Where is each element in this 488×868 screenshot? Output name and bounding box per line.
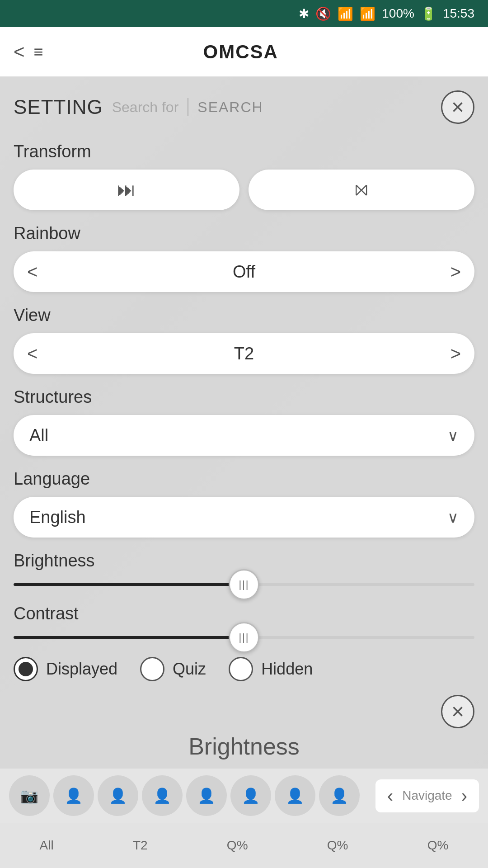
structures-value: All [29,426,48,445]
radio-item-displayed[interactable]: Displayed [14,657,117,681]
language-dropdown[interactable]: English ∨ [14,497,474,538]
language-chevron-icon: ∨ [447,508,459,526]
brightness-bottom-label-area: Brightness [14,733,474,760]
bottom-label-q1: Q% [227,838,248,853]
brightness-label: Brightness [14,551,474,571]
rainbow-setting: Rainbow < Off > [14,224,474,292]
contrast-thumb[interactable]: ||| [229,622,259,653]
signal-icon: 📶 [360,6,375,21]
bottom-icon-7[interactable]: 👤 [275,775,315,816]
contrast-slider-container: ||| [14,632,474,643]
language-value: English [29,508,86,527]
view-label: View [14,306,474,325]
status-icons: ✱ 🔇 📶 📶 100% 🔋 15:53 [299,6,474,21]
display-mode-setting: Displayed Quiz Hidden [14,657,474,681]
contrast-track[interactable]: ||| [14,636,474,639]
radio-circle-displayed [14,657,38,681]
radio-item-quiz[interactable]: Quiz [140,657,206,681]
radio-group: Displayed Quiz Hidden [14,657,474,681]
nav-arrows-panel: ‹ Navigate › [375,779,479,812]
bottom-close-icon: × [451,701,464,722]
view-setting: View < T2 > [14,306,474,374]
search-bar: Search for SEARCH [112,98,432,116]
nav-next-button[interactable]: › [461,786,467,806]
brightness-bottom-label: Brightness [188,733,300,760]
search-label: SEARCH [197,99,263,116]
brightness-thumb[interactable]: ||| [229,569,259,600]
bluetooth-icon: ✱ [299,6,309,21]
time-label: 15:53 [443,6,474,21]
radio-dot-displayed [19,662,33,676]
bottom-icon-1[interactable]: 📷 [9,775,50,816]
radio-circle-quiz [140,657,164,681]
transform-controls: ⏭ ⧖ [14,170,474,210]
bottom-icon-2[interactable]: 👤 [53,775,94,816]
bottom-icon-5[interactable]: 👤 [186,775,227,816]
search-divider [188,98,188,116]
radio-item-hidden[interactable]: Hidden [229,657,313,681]
transform-button-1[interactable]: ⏭ [14,170,239,210]
bottom-icon-4[interactable]: 👤 [142,775,183,816]
bottom-icon-3[interactable]: 👤 [98,775,138,816]
rainbow-value: Off [233,262,255,282]
brightness-setting: Brightness ||| [14,551,474,590]
mute-icon: 🔇 [315,6,331,21]
rainbow-label: Rainbow [14,224,474,243]
contrast-setting: Contrast ||| [14,604,474,643]
bottom-close-row: × [14,695,474,728]
contrast-fill [14,636,244,639]
bottom-label-q3: Q% [427,838,449,853]
brightness-thumb-icon: ||| [239,579,249,590]
settings-header-row: SETTING Search for SEARCH × [14,90,474,124]
header: < ≡ OMCSA [0,27,488,77]
transform-button-2[interactable]: ⧖ [249,170,474,210]
structures-label: Structures [14,387,474,407]
structures-setting: Structures All ∨ [14,387,474,456]
nav-prev-button[interactable]: ‹ [387,786,393,806]
transform-icon-1: ⏭ [117,179,136,201]
close-settings-button[interactable]: × [441,90,474,124]
radio-label-hidden: Hidden [261,660,313,679]
bottom-labels-bar: All T2 Q% Q% Q% [0,823,488,868]
nav-text-label: Navigate [402,788,452,803]
bottom-label-t2: T2 [133,838,148,853]
view-selector[interactable]: < T2 > [14,333,474,374]
settings-title: SETTING [14,96,103,118]
brightness-fill [14,583,244,586]
language-label: Language [14,469,474,489]
rainbow-prev-button[interactable]: < [27,262,38,282]
radio-label-displayed: Displayed [46,660,117,679]
battery-label: 100% [382,6,414,21]
transform-icon-2: ⧖ [351,184,372,197]
bottom-label-q2: Q% [327,838,348,853]
view-value: T2 [234,344,254,363]
language-setting: Language English ∨ [14,469,474,538]
radio-circle-hidden [229,657,253,681]
bottom-icons-row: 📷 👤 👤 👤 👤 👤 👤 👤 ‹ Navigate › [0,769,488,823]
structures-dropdown[interactable]: All ∨ [14,415,474,456]
transform-label: Transform [14,142,474,161]
bottom-label-all: All [40,838,54,853]
brightness-track[interactable]: ||| [14,583,474,586]
view-next-button[interactable]: > [450,344,461,364]
back-button[interactable]: < [14,41,25,63]
close-icon: × [451,96,464,118]
bottom-icon-group: 📷 👤 👤 👤 👤 👤 👤 👤 [0,775,375,816]
radio-label-quiz: Quiz [173,660,206,679]
brightness-slider-container: ||| [14,579,474,590]
menu-button[interactable]: ≡ [34,44,43,60]
transform-setting: Transform ⏭ ⧖ [14,142,474,210]
search-placeholder-text: Search for [112,99,179,116]
rainbow-next-button[interactable]: > [450,262,461,282]
settings-panel: SETTING Search for SEARCH × Transform ⏭ … [0,77,488,868]
battery-icon: 🔋 [421,6,436,21]
bottom-icon-8[interactable]: 👤 [319,775,360,816]
structures-chevron-icon: ∨ [447,426,459,444]
bottom-icon-6[interactable]: 👤 [230,775,271,816]
bottom-close-button[interactable]: × [441,695,474,728]
status-bar: ✱ 🔇 📶 📶 100% 🔋 15:53 [0,0,488,27]
app-title: OMCSA [61,41,420,63]
rainbow-selector[interactable]: < Off > [14,251,474,292]
view-prev-button[interactable]: < [27,344,38,364]
wifi-icon: 📶 [338,6,353,21]
